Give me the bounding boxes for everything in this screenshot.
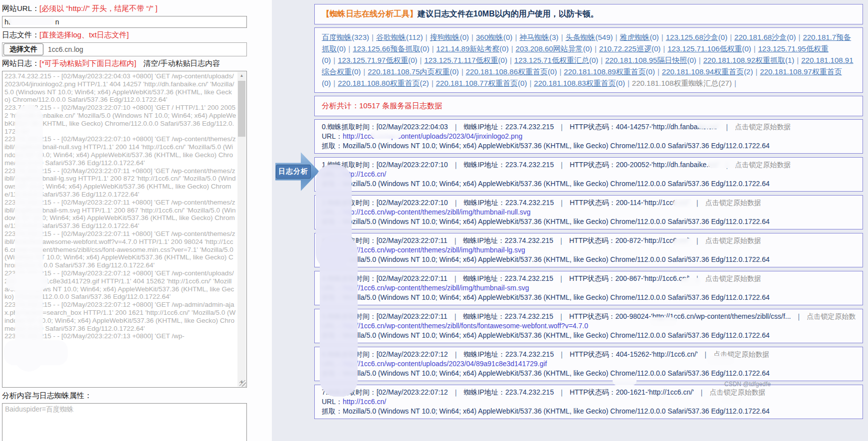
log-entry: 1.蜘蛛抓取时间：[02/May/2023:22:07:10｜蜘蛛IP地址：22… [314,157,863,192]
spider-stat-link[interactable]: 360蜘蛛(0) [476,33,512,41]
entry-ip-value: 223.74.232.215 [505,236,553,244]
separator: ｜ [452,236,459,244]
entry-meta-line: 7.蜘蛛抓取时间：[02/May/2023:22:07:12｜蜘蛛IP地址：22… [322,388,856,397]
entry-ua-line: 抓取：Mozilla/5.0 (Windows NT 10.0; Win64; … [322,293,856,302]
separator: | [529,79,531,87]
csdn-watermark: CSDN @tdfgedfe [724,381,771,388]
entry-url-line: URL：http://1cc6.cn/ [322,397,856,407]
spider-attr-textarea[interactable]: Baiduspider=百度蜘蛛 [2,403,247,441]
file-label-row: 日志文件：[直接选择log、txt日志文件] [2,30,247,40]
entry-status-value: 200-20052-'http://dh.fanbaike.cn/' [616,161,719,169]
entry-status-label: HTTP状态码： [570,199,616,207]
entry-ua-value: Mozilla/5.0 (Windows NT 10.0; Win64; x64… [343,369,770,377]
spider-stat-link[interactable]: 220.181.108.92权重抓取(1) [703,56,795,64]
spider-stat-link[interactable]: 220.181.108.94权重首页(2) [662,67,753,76]
entry-url-link[interactable]: http://1cc6.cn/wp-content/themes/zibll/i… [343,208,531,216]
spider-stat-link[interactable]: 123.125.71.97低权重(0) [338,56,417,64]
entry-url-line: URL：http://1cc6.cn/wp-content/uploads/20… [322,359,856,369]
choose-file-button[interactable]: 选择文件 [3,43,43,55]
spider-stats-summary: 220.181.108权重蜘蛛汇总(27) [632,79,732,87]
spider-stat-link[interactable]: 123.125.71低权重汇总(0) [514,56,598,64]
resize-grip-icon[interactable] [239,380,246,387]
separator: ｜ [452,388,459,396]
tool-header: 【蜘蛛日志在线分析工具】建议日志文件在10MB以内的用户使用，以防卡顿。 [314,4,863,24]
spider-stat-link[interactable]: 220.181.108.75内页权重(0) [368,67,459,76]
entry-time-value: [02/May/2023:22:07:10 [377,161,448,169]
entry-url-link[interactable]: http://1cc6.cn/wp-content/uploads/2023/0… [343,360,547,368]
entry-url-link[interactable]: http://1cc6.cn/ [343,398,386,406]
lock-original-data-link[interactable]: 点击锁定原始数据 [710,388,766,396]
entry-url-line: URL：http://1cc6.cn/wp-content/themes/zib… [322,321,856,331]
entry-url-link[interactable]: http://1cc6.cn/wp-content/themes/zibll/i… [343,246,525,254]
entry-url-label: URL： [322,398,343,406]
separator: ｜ [452,123,459,131]
scroll-up-icon[interactable]: ▲ [237,72,246,80]
entry-ua-value: Mozilla/5.0 (Windows NT 10.0; Win64; x64… [343,407,770,415]
spider-stat-link[interactable]: 220.181.108.80权重首页(2) [338,79,429,87]
spider-stat-link[interactable]: 百度蜘蛛(323) [322,33,369,41]
spider-stat-link[interactable]: 121.14.89新站考察(0) [436,44,509,53]
spider-stat-link[interactable]: 谷歌蜘蛛(112) [376,33,423,41]
scrollbar-thumb[interactable] [238,81,245,137]
spider-stat-link[interactable]: 203.208.60网站异常(0) [516,44,592,53]
spider-stat-link[interactable]: 123.125.68沙盒(0) [666,33,727,41]
entry-ip-label: 蜘蛛IP地址： [464,388,505,396]
analysis-total-label: 分析共计： [322,101,359,110]
spider-stat-link[interactable]: 220.181.108.89权重首页(0) [564,67,655,76]
entry-ua-label: 抓取： [322,407,343,415]
log-entry: 5.蜘蛛抓取时间：[02/May/2023:22:07:11｜蜘蛛IP地址：22… [314,309,863,343]
lock-original-data-link[interactable]: 点击锁定原始数据 [705,274,761,282]
spider-stat-link[interactable]: 搜狗蜘蛛(0) [430,33,469,41]
analyze-arrow-label: 日志分析 [276,165,311,179]
entry-meta-line: 2.蜘蛛抓取时间：[02/May/2023:22:07:10｜蜘蛛IP地址：22… [322,198,856,208]
results-zone: 【蜘蛛日志在线分析工具】建议日志文件在10MB以内的用户使用，以防卡顿。 百度蜘… [272,0,868,441]
entry-time-value: [02/May/2023:22:07:12 [377,388,448,396]
file-input[interactable]: 选择文件 1cc6.cn.log [2,42,247,56]
separator: ｜ [702,350,709,358]
separator: | [461,67,463,76]
spider-stat-link[interactable]: 220.181.108.83权重首页(0) [534,79,625,87]
file-hint: [直接选择log、txt日志文件] [39,30,129,39]
separator: ｜ [558,312,565,320]
separator: ｜ [558,274,565,282]
spider-stat-link[interactable]: 220.181.68沙盒(0) [734,33,796,41]
spider-stat-link[interactable]: 210.72.225巡逻(0) [599,44,660,53]
spider-stat-link[interactable]: 头条蜘蛛(549) [566,33,613,41]
spider-stat-link[interactable]: 123.125.66预备抓取(0) [353,44,429,53]
lock-original-data-link[interactable]: 点击锁定原始数据 [735,123,791,131]
log-hint: [*可手动粘贴到下面日志框内] [39,59,136,67]
lock-original-data-link[interactable]: 点击锁定原始数据 [705,199,761,207]
spider-stat-link[interactable]: 123.125.71.117低权重(0) [424,56,507,64]
censor-blur [707,356,734,365]
log-entry: 7.蜘蛛抓取时间：[02/May/2023:22:07:12｜蜘蛛IP地址：22… [314,385,863,419]
separator: ｜ [558,388,565,396]
lock-original-data-link[interactable]: 点击锁定原始数据 [705,236,761,244]
lock-original-data-link[interactable]: 点击锁定原始数据 [735,161,791,169]
spider-stat-link[interactable]: 雅虎蜘蛛(0) [620,33,658,41]
separator: | [561,33,563,41]
entry-ua-line: 抓取：Mozilla/5.0 (Windows NT 10.0; Win64; … [322,255,856,264]
entry-url-link[interactable]: http://1cc6.cn/wp-content/uploads/2023/0… [343,132,522,140]
spider-stat-link[interactable]: 神马蜘蛛(3) [519,33,558,41]
entry-url-link[interactable]: http://1cc6.cn/wp-content/themes/zibll/i… [343,284,529,292]
entry-status-label: HTTP状态码： [569,236,616,244]
censor-blur [320,234,358,397]
spider-stat-link[interactable]: 220.181.108.77权重首页(0) [436,79,527,87]
entry-meta-line: 5.蜘蛛抓取时间：[02/May/2023:22:07:11｜蜘蛛IP地址：22… [322,312,856,321]
lock-original-data-link[interactable]: 点击锁定原始数据 [807,312,856,320]
censor-blur [613,378,637,385]
censor-blur [681,278,701,286]
spider-stat-link[interactable]: 123.125.71.106低权重(0) [667,44,751,53]
separator: | [432,44,434,53]
spider-stat-link[interactable]: 220.181.108.95隔日快照(0) [605,56,696,64]
separator: ｜ [452,274,459,282]
separator: | [628,79,630,87]
clear-paste-link[interactable]: 清空/手动粘贴日志内容 [143,59,220,67]
separator: ｜ [452,312,459,320]
log-scrollbar[interactable]: ▲ ▼ [237,72,246,387]
entry-url-link[interactable]: http://1cc6.cn/wp-content/themes/zibll/f… [343,322,588,330]
spider-stat-link[interactable]: 220.181.108.86权重首页(0) [466,67,557,76]
entry-ip-value: 223.74.232.215 [505,312,553,320]
entry-ip-value: 223.74.232.215 [505,161,554,169]
analyze-arrow-button[interactable]: 日志分析 [275,150,319,194]
